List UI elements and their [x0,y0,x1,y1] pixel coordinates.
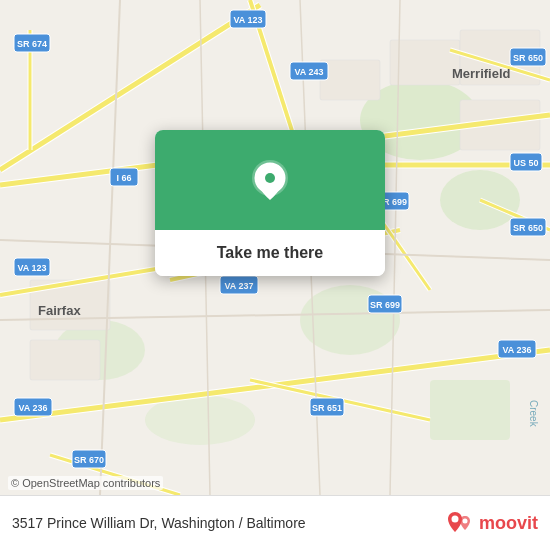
svg-text:SR 651: SR 651 [312,403,342,413]
svg-text:SR 650: SR 650 [513,53,543,63]
svg-rect-9 [320,60,380,100]
svg-text:Merrifield: Merrifield [452,66,511,81]
moovit-text: moovit [479,513,538,534]
popup-header [155,130,385,230]
svg-text:SR 674: SR 674 [17,39,47,49]
bottom-bar: 3517 Prince William Dr, Washington / Bal… [0,495,550,550]
svg-rect-6 [430,380,510,440]
svg-text:SR 650: SR 650 [513,223,543,233]
map-container: SR 674 VA 123 SR 650 I 66 VA 243 VA 123 … [0,0,550,550]
svg-text:SR 699: SR 699 [370,300,400,310]
svg-point-82 [462,519,467,524]
svg-text:Creek: Creek [528,400,539,428]
svg-rect-10 [390,40,460,85]
map-attribution: © OpenStreetMap contributors [8,476,163,490]
svg-text:I 66: I 66 [116,173,131,183]
moovit-icon [445,508,475,538]
popup-card: Take me there [155,130,385,276]
svg-point-81 [451,516,458,523]
svg-text:Fairfax: Fairfax [38,303,81,318]
svg-text:US 50: US 50 [513,158,538,168]
svg-text:VA 236: VA 236 [502,345,531,355]
svg-text:VA 237: VA 237 [224,281,253,291]
address-label: 3517 Prince William Dr, Washington / Bal… [12,515,306,531]
location-pin-icon [246,156,294,204]
svg-text:VA 236: VA 236 [18,403,47,413]
take-me-there-button[interactable]: Take me there [155,230,385,276]
svg-text:VA 123: VA 123 [17,263,46,273]
moovit-logo: moovit [445,508,538,538]
svg-text:VA 123: VA 123 [233,15,262,25]
svg-point-80 [265,173,275,183]
svg-text:VA 243: VA 243 [294,67,323,77]
svg-text:SR 670: SR 670 [74,455,104,465]
svg-rect-8 [30,340,100,380]
